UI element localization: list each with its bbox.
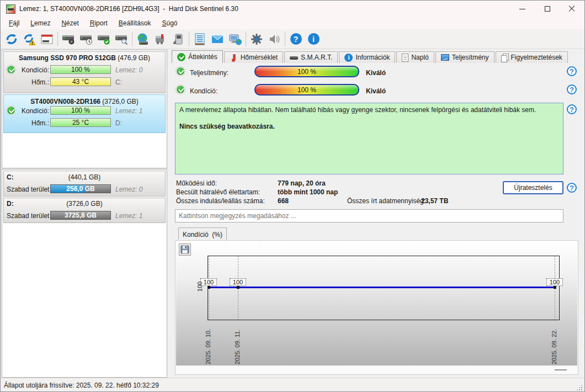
minimize-button[interactable]: [509, 1, 535, 17]
comment-input[interactable]: [175, 209, 563, 223]
menu-help[interactable]: Súgó: [157, 18, 182, 28]
condition-bar: 100 %: [50, 65, 111, 74]
y-axis-tick-label: 100: [196, 278, 203, 295]
lifetime-remaining-value: több mint 1000 nap: [278, 188, 338, 196]
thermometer-icon: [230, 54, 238, 62]
settings-gear-icon[interactable]: [248, 31, 265, 47]
disk-list-panel: Samsung SSD 970 PRO 512GB (476,9 GB) Kon…: [2, 50, 167, 168]
toolbar: ? i: [1, 29, 584, 49]
free-space-bar: 256,0 GB: [50, 184, 111, 193]
resize-grip[interactable]: [576, 384, 583, 391]
condition-label: Kondíció:: [190, 87, 217, 95]
disk-number-label: Lemez: 1: [115, 107, 142, 115]
health-advice-text: Nincs szükség beavatkozásra.: [179, 123, 559, 131]
disk-remove-icon[interactable]: [152, 31, 169, 47]
menu-view[interactable]: Nézet: [56, 18, 83, 28]
disk-insert-icon[interactable]: [169, 31, 187, 47]
toolbar-separator: [246, 32, 246, 46]
network-computer-icon[interactable]: [226, 31, 244, 47]
log-icon[interactable]: [191, 31, 209, 47]
status-bar: Állapot utoljára frissítve: 2025. 09. 22…: [1, 378, 584, 392]
disk-item-seagate[interactable]: ST4000VN008-2DR166 (3726,0 GB) Kondíció:…: [3, 94, 166, 133]
info-circle-icon: i: [344, 54, 353, 62]
pages-icon: [501, 54, 508, 62]
condition-history-chart: 100 100 100 100 2025. 09. 10. 2025. 09. …: [175, 240, 578, 375]
window-title: Lemez: 1, ST4000VN008-2DR166 [ZDH9L4G3] …: [19, 5, 238, 13]
app-icon: [6, 4, 15, 14]
temperature-label: Hőm.:: [17, 78, 49, 86]
performance-chart-icon: [441, 54, 449, 61]
toolbar-separator: [57, 32, 58, 46]
power-on-time-label: Működési idő:: [176, 179, 217, 187]
info-icon[interactable]: i: [305, 31, 322, 47]
total-written-value: 23,57 TB: [421, 197, 448, 205]
maximize-button[interactable]: [535, 1, 560, 17]
refresh-icon[interactable]: [3, 31, 20, 47]
tab-alerts[interactable]: Figyelmeztetések: [496, 51, 568, 63]
disk-item-samsung-ssd[interactable]: Samsung SSD 970 PRO 512GB (476,9 GB) Kon…: [3, 51, 166, 93]
health-message-text: A merevlemez állapota hibátlan. Nem talá…: [179, 106, 559, 114]
performance-rating: Kiváló: [366, 69, 386, 77]
data-point-label: 100: [230, 278, 246, 286]
mail-icon[interactable]: [209, 31, 226, 47]
refresh-warning-icon[interactable]: [20, 31, 38, 47]
disk-surface-test-icon[interactable]: [113, 31, 130, 47]
partition-item-c[interactable]: C: (440,1 GB) Szabad terület 256,0 GB Le…: [3, 171, 166, 197]
disk-test-icon[interactable]: [95, 31, 113, 47]
network-disk-icon[interactable]: [134, 31, 152, 47]
partition-size: (440,1 GB): [4, 173, 165, 181]
free-space-label: Szabad terület: [7, 186, 49, 193]
disk-name: Samsung SSD 970 PRO 512GB (476,9 GB): [4, 54, 165, 62]
tab-performance[interactable]: Teljesítmény: [435, 51, 494, 63]
performance-label: Teljesítmény:: [190, 69, 228, 77]
save-chart-button[interactable]: [179, 243, 191, 256]
help-icon[interactable]: ?: [287, 31, 305, 47]
health-message-box: A merevlemez állapota hibátlan. Nem talá…: [175, 103, 563, 174]
toolbar-separator: [285, 32, 285, 46]
close-icon: [568, 6, 575, 12]
tab-smart[interactable]: S.M.A.R.T.: [284, 51, 338, 63]
resize-dash[interactable]: [555, 369, 567, 370]
partition-item-d[interactable]: D: (3726,0 GB) Szabad terület 3725,8 GB …: [3, 198, 166, 223]
lifetime-remaining-label: Becsült hátralévő élettartam:: [176, 188, 260, 196]
toolbar-separator: [132, 32, 132, 46]
menu-file[interactable]: Fájl: [4, 18, 24, 28]
last-updated-text: Állapot utoljára frissítve: 2025. 09. 22…: [4, 382, 159, 389]
disk-eject-icon[interactable]: [60, 31, 77, 47]
drive-letter-label: D:: [115, 119, 122, 127]
temperature-label: Hőm.:: [17, 119, 49, 127]
disk-name: ST4000VN008-2DR166 (3726,0 GB): [4, 98, 165, 105]
condition-bar: 100 %: [254, 84, 359, 96]
start-stop-count-label: Összes indulás/leállás száma:: [176, 197, 265, 205]
close-button[interactable]: [559, 1, 584, 17]
condition-ok-icon: [176, 85, 185, 94]
free-space-label: Szabad terület: [7, 212, 49, 220]
tab-overview[interactable]: Áttekintés: [172, 50, 223, 63]
total-written-label: Összes írt adatmennyiség:: [347, 197, 426, 205]
condition-line-series: [209, 287, 555, 288]
help-icon[interactable]: ?: [567, 66, 577, 76]
disk-number-label: Lemez: 1: [115, 212, 142, 220]
menu-settings[interactable]: Beállítások: [114, 18, 156, 28]
disk-status-ok-icon: [7, 65, 15, 74]
retest-button[interactable]: Újratesztelés: [503, 181, 563, 194]
report-window-icon[interactable]: [38, 31, 56, 47]
sound-icon[interactable]: [265, 31, 283, 47]
disk-status-ok-icon: [7, 106, 15, 115]
help-icon[interactable]: ?: [567, 183, 577, 193]
app-window: Lemez: 1, ST4000VN008-2DR166 [ZDH9L4G3] …: [0, 0, 585, 392]
menu-report[interactable]: Riport: [85, 18, 113, 28]
condition-rating: Kiváló: [366, 87, 386, 95]
tab-log[interactable]: Napló: [396, 51, 434, 63]
data-point-label: 100: [546, 278, 563, 286]
condition-bar: 100 %: [50, 106, 111, 115]
menu-disk[interactable]: Lemez: [25, 18, 55, 28]
disk-icon: [290, 56, 298, 60]
disk-number-label: Lemez: 0: [115, 186, 142, 193]
chart-tab-condition[interactable]: Kondíció (%): [178, 227, 227, 241]
disk-schedule-icon[interactable]: [77, 31, 95, 47]
help-icon[interactable]: ?: [567, 84, 577, 94]
tab-information[interactable]: iInformációk: [339, 51, 395, 63]
tab-temperature[interactable]: Hőmérséklet: [224, 51, 283, 63]
help-icon[interactable]: ?: [567, 104, 577, 114]
